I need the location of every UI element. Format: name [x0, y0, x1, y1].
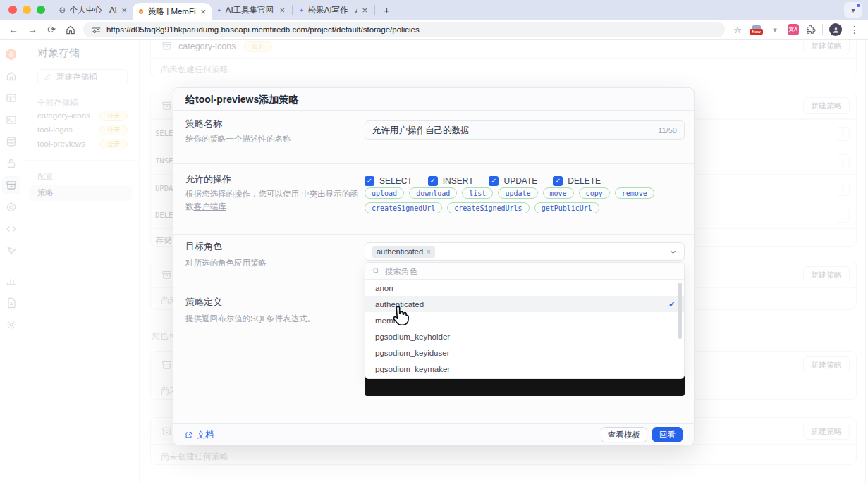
tab-pinecone-writer[interactable]: 松果AI写作 - AI写作工具，支持 ×: [294, 0, 373, 20]
modal-header: 给tool-previews添加策略: [173, 88, 694, 111]
function-pill: remove: [615, 187, 654, 199]
close-tab-icon[interactable]: ×: [279, 5, 285, 15]
extensions-puzzle-icon[interactable]: [805, 25, 816, 35]
new-badge-label: New: [750, 29, 762, 35]
checkbox-label: SELECT: [379, 176, 412, 186]
toolbar-divider: [822, 24, 823, 35]
tab-memfire-policies[interactable]: 策略 | MemFire Cloud ×: [133, 3, 212, 20]
role-option-memf[interactable]: memf: [365, 312, 684, 328]
target-roles-label: 目标角色: [185, 240, 222, 253]
tab-search-button[interactable]: ▾: [844, 2, 862, 18]
client-library-link[interactable]: 客户端库: [194, 202, 226, 211]
role-option-anon[interactable]: anon: [365, 280, 684, 296]
address-bar[interactable]: https://d05faq8g91hkparudumg.baseapi.mem…: [83, 22, 725, 37]
function-pills-row-1: upload download list update move copy re…: [365, 187, 654, 199]
allowed-operations-description: 根据您选择的操作，您可以使用 中突出显示的函数客户端库.: [185, 188, 363, 213]
function-pill: getPublicUrl: [534, 202, 599, 213]
close-window-button[interactable]: [8, 6, 17, 14]
chip-label: authenticated: [377, 247, 423, 256]
tab-separator: [292, 5, 293, 15]
policy-name-label: 策略名称: [185, 118, 222, 130]
bookmark-star-button[interactable]: ☆: [731, 25, 744, 35]
function-pill: createSignedUrls: [447, 202, 529, 213]
checkbox-label: INSERT: [443, 176, 474, 186]
home-button[interactable]: [64, 25, 77, 35]
function-pill: createSignedUrl: [365, 202, 442, 213]
browser-menu-button[interactable]: ⋮: [848, 24, 861, 35]
docs-link[interactable]: 文档: [185, 429, 214, 441]
person-icon: [832, 26, 840, 34]
external-link-icon: [185, 431, 192, 439]
view-template-button[interactable]: 查看模板: [601, 427, 647, 442]
modal-title: 给tool-previews添加策略: [185, 94, 298, 106]
notification-dot: [857, 4, 860, 7]
roles-dropdown: anon authenticated ✓ memf pgsodium_keyho…: [365, 262, 685, 379]
function-pill: update: [498, 187, 537, 199]
tab-title: 策略 | MemFire Cloud: [148, 6, 196, 17]
site-settings-icon[interactable]: [92, 25, 101, 35]
tab-title: 松果AI写作 - AI写作工具，支持: [308, 5, 358, 15]
back-button[interactable]: ←: [7, 24, 20, 35]
policy-definition-label: 策略定义: [185, 296, 222, 309]
policy-name-description: 给你的策略一个描述性的名称: [185, 133, 291, 146]
checkbox-label: UPDATE: [503, 176, 537, 186]
globe-favicon-icon: [59, 6, 66, 15]
dropdown-scrollbar[interactable]: [678, 283, 682, 339]
forward-button[interactable]: →: [26, 24, 39, 35]
modal-footer: 文档 查看模板 回看: [173, 423, 694, 445]
maximize-window-button[interactable]: [37, 6, 45, 14]
tab-ai-tools-site[interactable]: AI工具集官网 | 1000+ AI工具集 ×: [212, 0, 291, 20]
bookmark-fold-icon: [752, 25, 761, 29]
role-option-authenticated[interactable]: authenticated ✓: [365, 296, 684, 312]
profile-avatar[interactable]: [829, 23, 842, 36]
new-badge-extension-icon[interactable]: New: [750, 24, 762, 36]
role-option-pgsodium-keymaker[interactable]: pgsodium_keymaker: [365, 361, 684, 377]
role-chip-authenticated: authenticated ×: [372, 246, 435, 258]
role-option-pgsodium-keyholder[interactable]: pgsodium_keyholder: [365, 328, 684, 345]
modal-divider: [173, 163, 694, 164]
checkbox-update[interactable]: ✓UPDATE: [489, 176, 537, 186]
checkbox-label: DELETE: [568, 176, 601, 186]
checked-checkbox-icon: ✓: [489, 176, 499, 186]
close-tab-icon[interactable]: ×: [362, 5, 367, 15]
reload-button[interactable]: ⟳: [45, 24, 58, 35]
browser-window: 个人中心 - AI工具集 × 策略 | MemFire Cloud × AI工具…: [0, 0, 868, 484]
checkbox-select[interactable]: ✓SELECT: [365, 176, 412, 186]
checked-checkbox-icon: ✓: [365, 176, 374, 186]
tab-title: AI工具集官网 | 1000+ AI工具集: [226, 5, 276, 15]
docs-link-label: 文档: [197, 429, 214, 441]
policy-definition-description: 提供返回布尔值的SQL条件表达式。: [185, 313, 315, 325]
remove-chip-icon[interactable]: ×: [427, 248, 431, 256]
translate-extension-icon[interactable]: 文A: [788, 24, 799, 35]
role-search-input[interactable]: [385, 267, 677, 275]
review-button[interactable]: 回看: [652, 427, 683, 442]
target-roles-description: 对所选的角色应用策略: [185, 257, 267, 270]
roles-select[interactable]: authenticated ×: [365, 242, 685, 261]
role-option-pgsodium-keyiduser[interactable]: pgsodium_keyiduser: [365, 345, 684, 361]
add-policy-modal: 给tool-previews添加策略 策略名称 给你的策略一个描述性的名称 11…: [173, 87, 695, 445]
selected-check-icon: ✓: [668, 299, 676, 309]
allowed-operations-label: 允许的操作: [185, 173, 231, 186]
function-pill: move: [543, 187, 574, 199]
hand-cursor: [390, 306, 409, 327]
checkbox-delete[interactable]: ✓DELETE: [553, 176, 601, 186]
new-tab-button[interactable]: +: [384, 4, 390, 16]
chevron-down-icon: [669, 248, 677, 256]
function-pills-row-2: createSignedUrl createSignedUrls getPubl…: [365, 202, 599, 213]
operations-checkbox-row: ✓SELECT ✓INSERT ✓UPDATE ✓DELETE: [365, 176, 601, 186]
dropdown-extension-icon[interactable]: ▾: [769, 25, 781, 35]
memfire-favicon-icon: [138, 7, 144, 16]
sparkle-favicon-icon: [300, 6, 304, 15]
tab-title: 个人中心 - AI工具集: [70, 5, 118, 15]
search-icon: [372, 267, 380, 275]
close-tab-icon[interactable]: ×: [200, 6, 206, 17]
tab-personal-center[interactable]: 个人中心 - AI工具集 ×: [54, 0, 133, 20]
footer-buttons: 查看模板 回看: [601, 427, 683, 442]
close-tab-icon[interactable]: ×: [121, 5, 127, 15]
checkbox-insert[interactable]: ✓INSERT: [428, 176, 474, 186]
policy-name-input[interactable]: [372, 125, 658, 135]
function-pill: download: [409, 187, 457, 199]
minimize-window-button[interactable]: [23, 6, 31, 14]
function-pill: upload: [365, 187, 404, 199]
caret-down-icon: ▾: [851, 6, 855, 14]
